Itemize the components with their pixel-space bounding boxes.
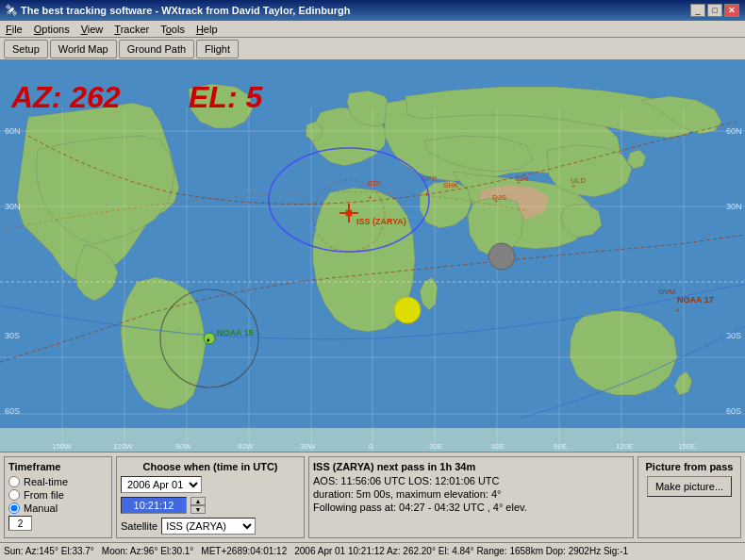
svg-text:150E: 150E [678, 442, 696, 451]
radio-manual[interactable]: Manual [8, 502, 108, 514]
tab-flight[interactable]: Flight [196, 40, 239, 58]
svg-text:90E: 90E [554, 442, 567, 451]
manual-row [8, 516, 108, 531]
app-icon: 🛰 [6, 4, 17, 17]
status-moon: Moon: Az:96° El:30.1° [102, 546, 194, 556]
svg-text:60N: 60N [5, 126, 21, 136]
iss-aos-value: 11:56:06 UTC [340, 475, 405, 486]
menu-tracker[interactable]: Tracker [112, 24, 151, 35]
picture-section: Picture from pass Make picture... [637, 456, 741, 538]
svg-text:150W: 150W [52, 442, 72, 451]
svg-text:GVM: GVM [658, 288, 676, 296]
status-sun: Sun: Az:145° El:33.7° [4, 546, 94, 556]
svg-text:30N: 30N [726, 202, 742, 211]
menu-help[interactable]: Help [194, 24, 220, 35]
title-bar-left: 🛰 The best tracking software - WXtrack f… [6, 4, 350, 17]
svg-text:60S: 60S [5, 406, 20, 416]
svg-text:90W: 90W [175, 442, 191, 451]
svg-text:AZ: 262: AZ: 262 [10, 80, 121, 114]
svg-text:60W: 60W [238, 442, 254, 451]
svg-text:SHK: SHK [443, 181, 459, 189]
menu-bar: File Options View Tracker Tools Help [0, 21, 745, 38]
spin-down-button[interactable]: ▼ [190, 505, 206, 514]
menu-view[interactable]: View [79, 24, 106, 35]
radio-manual-input[interactable] [8, 502, 20, 514]
timeframe-title: Timeframe [8, 461, 108, 472]
status-tracking: 2006 Apr 01 10:21:12 Az: 262.20° El: 4.8… [294, 546, 628, 556]
choose-when-title: Choose when (time in UTC) [121, 461, 300, 472]
svg-text:+: + [424, 190, 429, 199]
svg-text:120W: 120W [113, 442, 133, 451]
svg-text:+: + [675, 306, 680, 315]
spin-buttons: ▲ ▼ [190, 497, 206, 514]
bottom-top: Timeframe Real-time From file Manual [0, 453, 745, 542]
radio-fromfile-input[interactable] [8, 489, 20, 501]
svg-text:SPB: SPB [422, 174, 437, 183]
world-map-svg: 60N 30N 30S 60S 60N 30N 30S 60S 150W 120… [0, 60, 745, 452]
radio-fromfile[interactable]: From file [8, 489, 108, 501]
bottom-panel: Timeframe Real-time From file Manual [0, 452, 745, 560]
svg-text:120E: 120E [616, 442, 634, 451]
iss-info-section: ISS (ZARYA) next pass in 1h 34m AOS: 11:… [308, 456, 634, 538]
picture-title: Picture from pass [646, 461, 734, 472]
iss-aos-label: AOS: [313, 475, 338, 486]
satellite-select[interactable]: ISS (ZARYA) [161, 518, 256, 535]
spin-up-button[interactable]: ▲ [190, 497, 206, 505]
setup-button[interactable]: Setup [4, 40, 48, 58]
iss-duration-line: duration: 5m 00s, maximum elevation: 4° [313, 488, 629, 500]
iss-following-line: Following pass at: 04:27 - 04:32 UTC , 4… [313, 502, 629, 513]
tab-world-map[interactable]: World Map [50, 40, 117, 58]
svg-text:+: + [571, 183, 575, 189]
iss-next-pass-title: ISS (ZARYA) next pass in 1h 34m [313, 461, 629, 472]
satellite-row: Satellite ISS (ZARYA) [121, 518, 300, 535]
svg-text:30E: 30E [429, 442, 442, 451]
radio-manual-label: Manual [24, 502, 58, 514]
radio-realtime[interactable]: Real-time [8, 476, 108, 487]
svg-text:0: 0 [369, 442, 373, 451]
radio-fromfile-label: From file [24, 489, 64, 501]
svg-text:+: + [494, 198, 498, 205]
minimize-button[interactable]: _ [690, 4, 705, 17]
svg-text:60E: 60E [491, 442, 505, 451]
svg-point-49 [394, 297, 421, 323]
radio-realtime-input[interactable] [8, 476, 20, 487]
tab-ground-path[interactable]: Ground Path [119, 40, 194, 58]
svg-text:+: + [517, 179, 521, 186]
svg-text:NOAA 15: NOAA 15 [217, 328, 254, 338]
maximize-button[interactable]: □ [707, 4, 722, 17]
svg-text:+: + [368, 193, 372, 202]
svg-text:EDI: EDI [368, 179, 380, 188]
manual-value-input[interactable] [8, 516, 32, 531]
status-met: MET+2689:04:01:12 [201, 546, 287, 556]
map-container: 60N 30N 30S 60S 60N 30N 30S 60S 150W 120… [0, 60, 745, 452]
svg-text:NOAA 17: NOAA 17 [677, 295, 714, 305]
close-button[interactable]: ✕ [724, 4, 739, 17]
date-row: 2006 Apr 01 [121, 476, 300, 493]
svg-text:EL: 5: EL: 5 [189, 80, 263, 114]
choose-when-section: Choose when (time in UTC) 2006 Apr 01 ▲ … [116, 456, 305, 538]
svg-text:♦: ♦ [207, 337, 210, 343]
svg-text:30W: 30W [300, 442, 316, 451]
svg-text:30N: 30N [5, 202, 21, 211]
time-row: ▲ ▼ [121, 497, 300, 514]
radio-group: Real-time From file Manual [8, 476, 108, 514]
svg-point-48 [488, 243, 515, 270]
title-bar-title: The best tracking software - WXtrack fro… [21, 5, 350, 16]
time-input[interactable] [121, 497, 187, 514]
menu-file[interactable]: File [4, 24, 25, 35]
toolbar: Setup World Map Ground Path Flight [0, 38, 745, 60]
iss-los-value: 12:01:06 UTC [435, 475, 499, 486]
timeframe-section: Timeframe Real-time From file Manual [4, 456, 112, 538]
menu-options[interactable]: Options [32, 24, 72, 35]
svg-text:ISS (ZARYA): ISS (ZARYA) [356, 217, 406, 226]
date-select[interactable]: 2006 Apr 01 [121, 476, 202, 493]
svg-text:30S: 30S [5, 331, 20, 340]
status-bar: Sun: Az:145° El:33.7° Moon: Az:96° El:30… [0, 542, 745, 559]
satellite-label: Satellite [121, 520, 157, 532]
iss-los-label: LOS: [408, 475, 432, 486]
title-bar-controls[interactable]: _ □ ✕ [690, 4, 739, 17]
make-picture-button[interactable]: Make picture... [647, 476, 732, 497]
iss-aos-los-line: AOS: 11:56:06 UTC LOS: 12:01:06 UTC [313, 475, 629, 486]
svg-rect-43 [346, 210, 352, 216]
menu-tools[interactable]: Tools [158, 24, 187, 35]
